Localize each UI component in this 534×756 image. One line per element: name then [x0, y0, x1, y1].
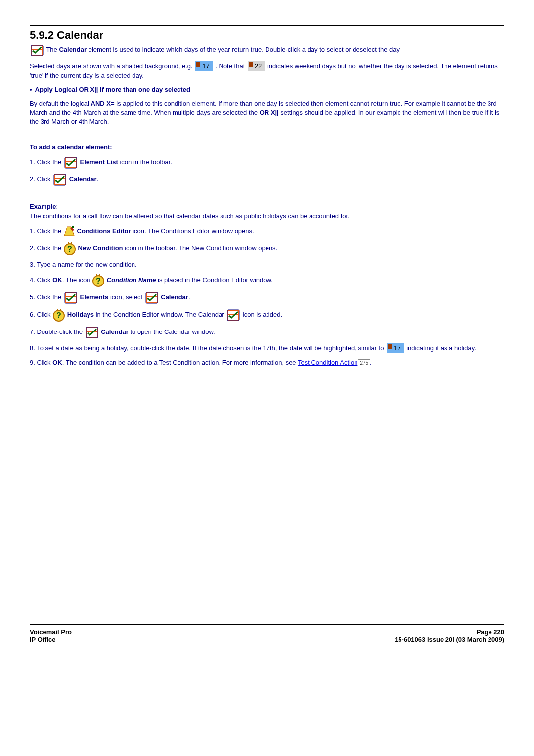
test-condition-action-link[interactable]: Test Condition Action: [298, 359, 357, 366]
selected-day-sample-17: 17: [387, 343, 403, 353]
example-step-2: 2. Click the New Condition icon in the t…: [30, 242, 504, 255]
example-step-1: 1. Click the Conditions Editor icon. The…: [30, 226, 504, 237]
intro-paragraph-2: Selected days are shown with a shaded ba…: [30, 61, 504, 80]
page-title: 5.9.2 Calendar: [30, 29, 504, 42]
footer-left: Voicemail Pro IP Office: [30, 628, 72, 643]
apply-or-body: By default the logical AND X= is applied…: [30, 99, 504, 127]
example-step-5: 5. Click the Elements icon, select Calen…: [30, 292, 504, 304]
calendar-icon: [64, 292, 77, 304]
new-condition-icon: [63, 242, 76, 255]
page-reference: 275: [358, 359, 370, 367]
selected-day-sample: 17: [195, 61, 212, 71]
add-step-1: 1. Click the Element List icon in the to…: [30, 157, 504, 169]
example-step-9: 9. Click OK. The condition can be added …: [30, 358, 504, 367]
apply-or-heading: Apply Logical OR X|| if more than one da…: [30, 85, 504, 94]
intro-paragraph-1: The Calendar element is used to indicate…: [30, 45, 504, 56]
conditions-editor-icon: [63, 226, 75, 237]
holidays-icon: [52, 309, 65, 322]
calendar-icon: [227, 309, 240, 321]
example-heading: Example: The conditions for a call flow …: [30, 202, 504, 220]
example-step-7: 7. Double-click the Calendar to open the…: [30, 327, 504, 338]
example-step-6: 6. Click Holidays in the Condition Edito…: [30, 309, 504, 322]
calendar-icon: [53, 174, 66, 186]
example-step-8: 8. To set a date as being a holiday, dou…: [30, 343, 504, 353]
example-step-3: 3. Type a name for the new condition.: [30, 260, 504, 269]
calendar-icon: [64, 157, 77, 169]
calendar-icon: [31, 45, 44, 56]
calendar-icon: [145, 292, 158, 304]
footer-right: Page 220 15-601063 Issue 20l (03 March 2…: [395, 628, 504, 643]
condition-name-icon: [92, 274, 105, 287]
calendar-icon: [86, 327, 98, 338]
to-add-heading: To add a calendar element:: [30, 143, 504, 152]
add-step-2: 2. Click Calendar.: [30, 174, 504, 186]
weekend-day-sample: 22: [248, 61, 265, 71]
example-step-4: 4. Click OK. The icon Condition Name is …: [30, 274, 504, 287]
